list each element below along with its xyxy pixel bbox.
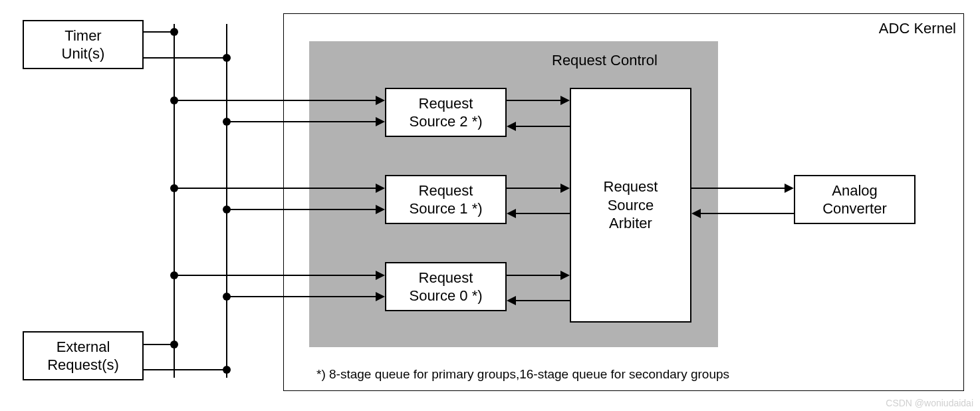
watermark: CSDN @woniudaidai [886,398,973,408]
rs2-arb-fwd-arrow [560,96,570,105]
external-line2: Request(s) [47,356,119,374]
bus-rs1-bot [227,209,378,210]
bus-rs2-top [174,100,378,101]
bus-rs1-top-dot [170,184,178,192]
ext-bot-dot [223,366,231,374]
rs0-arb-fwd [507,275,562,276]
arb-ac-back-arrow [691,209,701,218]
ext-top-dot [170,341,178,348]
rs2-line1: Request [419,94,473,113]
timer-bot-line [144,57,227,59]
rs1-arb-fwd [507,188,562,189]
bus-rs2-bot-dot [223,118,231,126]
timer-line1: Timer [64,27,101,45]
rs1-line1: Request [419,182,473,200]
external-line1: External [57,338,110,356]
rs0-line2: Source 0 *) [409,287,482,305]
bus-rs0-bot [227,296,378,297]
bus-rs1-top [174,188,378,189]
rs0-arb-back [516,300,570,301]
request-control-label: Request Control [552,52,658,69]
analog-converter: Analog Converter [794,175,916,224]
timer-unit-box: Timer Unit(s) [23,20,144,69]
adc-kernel-label: ADC Kernel [879,20,956,37]
bus-rs2-top-dot [170,96,178,104]
request-source-1: Request Source 1 *) [385,175,507,224]
external-request-box: External Request(s) [23,331,144,380]
bus-rs0-top [174,275,378,276]
rs0-arb-fwd-arrow [560,271,570,280]
ac-line2: Converter [822,200,887,218]
rs2-arb-back-arrow [507,122,516,131]
request-source-arbiter: Request Source Arbiter [570,88,691,323]
arb-ac-fwd [691,188,787,189]
bus-left [174,24,175,378]
footnote: *) 8-stage queue for primary groups,16-s… [316,367,729,382]
bus-rs1-top-arrow [376,184,385,193]
arb-ac-fwd-arrow [785,184,794,193]
rs1-line2: Source 1 *) [409,200,482,218]
bus-rs0-bot-arrow [376,292,385,301]
bus-right [226,24,227,378]
arbiter-line2: Source [608,196,654,215]
rs2-line2: Source 2 *) [409,112,482,131]
arbiter-line3: Arbiter [609,214,652,233]
rs2-arb-fwd [507,100,562,101]
rs0-arb-back-arrow [507,296,516,305]
rs1-arb-back [516,213,570,214]
timer-top-dot [170,28,178,36]
bus-rs2-bot [227,121,378,122]
bus-rs2-top-arrow [376,96,385,105]
bus-rs2-bot-arrow [376,117,385,126]
bus-rs0-top-arrow [376,271,385,280]
timer-line2: Unit(s) [62,45,105,63]
ext-bot-line [144,369,227,370]
rs2-arb-back [516,126,570,127]
rs1-arb-fwd-arrow [560,184,570,193]
timer-bot-dot [223,54,231,62]
request-source-0: Request Source 0 *) [385,262,507,311]
bus-rs1-bot-arrow [376,205,385,214]
diagram-canvas: ADC Kernel Request Control Timer Unit(s)… [0,0,980,411]
ac-line1: Analog [832,182,878,200]
request-source-2: Request Source 2 *) [385,88,507,137]
arbiter-line1: Request [604,178,658,196]
bus-rs0-bot-dot [223,293,231,301]
bus-rs0-top-dot [170,271,178,279]
bus-rs1-bot-dot [223,206,231,213]
rs0-line1: Request [419,269,473,287]
rs1-arb-back-arrow [507,209,516,218]
arb-ac-back [701,213,794,214]
